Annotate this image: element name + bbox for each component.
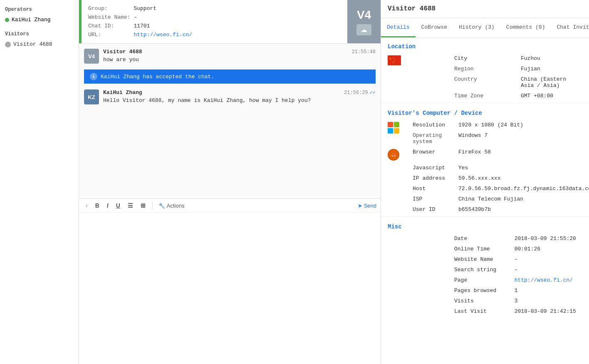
device-isp-row: ISP China Telecom Fujian <box>381 194 589 204</box>
message-header: KaiHui Zhang 21:56:29 ✓✓ <box>103 89 376 96</box>
misc-pages-row: Pages browsed 1 <box>381 285 589 296</box>
avatar-text: V4 <box>357 8 371 22</box>
city-value: Fuzhou <box>514 53 589 64</box>
website-value: – <box>134 13 195 22</box>
win-sq-2 <box>394 122 399 127</box>
os-label: Operating system <box>406 130 452 147</box>
location-table: ★ ★ ★ ★ ★ City Fuzhou Region Fujian Coun… <box>381 53 589 101</box>
url-label: URL: <box>88 30 134 39</box>
empty-cell <box>381 275 448 285</box>
device-js-row: Javascript Yes <box>381 163 589 173</box>
online-label: Online Time <box>448 244 508 254</box>
last-visit-value: 2018-03-09 21:42:15 <box>508 306 589 317</box>
message-time: 21:55:48 <box>351 49 376 55</box>
message-time: 21:56:29 ✓✓ <box>344 89 376 96</box>
host-value: 72.0.56.59.broad.fz.fj.dynamic.163data.c… <box>452 183 589 194</box>
italic-button[interactable]: I <box>104 201 111 210</box>
message-content: Visitor 4688 21:55:48 how are you <box>103 49 376 64</box>
list-button[interactable]: ☰ <box>125 201 136 210</box>
misc-section-title: Misc <box>381 218 589 233</box>
right-header: Visitor 4688 Details CoBrowse History (3… <box>381 0 589 38</box>
group-label: Group: <box>88 4 134 13</box>
device-os-row: Operating system Windows 7 <box>381 130 589 147</box>
collapse-button[interactable]: ‹ <box>83 202 90 209</box>
country-label: Country <box>448 74 514 91</box>
chat-header: Group: Support Website Name: – Chat ID: … <box>79 0 381 44</box>
system-message-text: KaiHui Zhang has accepted the chat. <box>101 74 214 80</box>
win-sq-3 <box>388 128 393 134</box>
win-sq-4 <box>394 128 399 134</box>
read-receipts: ✓✓ <box>370 89 376 96</box>
visitors-label: Visitors <box>0 29 79 40</box>
device-table: Resolution 1920 x 1080 (24 Bit) Operatin… <box>381 120 589 215</box>
empty-cell <box>381 285 448 296</box>
userid-icon-cell <box>381 204 406 215</box>
visits-label: Visits <box>448 296 508 306</box>
misc-website-label: Website Name <box>448 254 508 265</box>
device-ip-row: IP address 59.56.xxx.xxx <box>381 173 589 183</box>
windows-icon-cell <box>381 120 406 147</box>
location-section-title: Location <box>381 38 589 53</box>
misc-website-value: – <box>508 254 589 265</box>
tab-cobrowse[interactable]: CoBrowse <box>416 18 453 37</box>
device-host-row: Host 72.0.56.59.broad.fz.fj.dynamic.163d… <box>381 183 589 194</box>
city-label: City <box>448 53 514 64</box>
userid-value: b655439b7b <box>452 204 589 215</box>
operator-avatar: KZ <box>84 89 99 104</box>
send-icon: ➤ <box>358 203 362 209</box>
divider <box>381 216 589 217</box>
send-button[interactable]: ➤ Send <box>358 203 376 209</box>
right-panel-title: Visitor 4688 <box>381 0 589 18</box>
cloud-button[interactable]: ☁ <box>356 24 371 35</box>
timezone-label: Time Zone <box>448 91 514 101</box>
win-sq-1 <box>388 122 393 127</box>
tab-comments[interactable]: Comments (0) <box>500 18 551 37</box>
host-label: Host <box>406 183 452 194</box>
message-toolbar: ‹ B I U ☰ ⊞ 🔧 Actions ➤ Send <box>79 198 381 213</box>
isp-label: ISP <box>406 194 452 204</box>
empty-cell <box>381 306 448 317</box>
empty-cell <box>381 244 448 254</box>
underline-button[interactable]: U <box>114 201 123 210</box>
date-value: 2018-03-09 21:55:20 <box>508 233 589 244</box>
tab-history[interactable]: History (3) <box>453 18 500 37</box>
isp-icon-cell <box>381 194 406 204</box>
misc-table: Date 2018-03-09 21:55:20 Online Time 00:… <box>381 233 589 317</box>
browser-value: FireFox 58 <box>452 147 589 163</box>
status-dot <box>5 18 9 22</box>
actions-button[interactable]: 🔧 Actions <box>158 203 185 209</box>
misc-search-row: Search string – <box>381 265 589 275</box>
page-link[interactable]: http://wseo.fi.cn/ <box>515 277 573 283</box>
location-city-row: ★ ★ ★ ★ ★ City Fuzhou <box>381 53 589 64</box>
search-label: Search string <box>448 265 508 275</box>
operator-name: KaiHui Zhang <box>12 17 51 23</box>
message-input[interactable] <box>79 213 381 364</box>
pages-label: Pages browsed <box>448 285 508 296</box>
message-content: KaiHui Zhang 21:56:29 ✓✓ Hello Visitor 4… <box>103 89 376 104</box>
firefox-icon: 🦊 <box>388 149 399 161</box>
chat-id-label: Chat ID: <box>88 22 134 30</box>
tab-chat-invites[interactable]: Chat Invites (0) <box>551 18 589 37</box>
sidebar: Operators KaiHui Zhang Visitors Visitor … <box>0 0 79 364</box>
right-panel: Visitor 4688 Details CoBrowse History (3… <box>381 0 589 364</box>
info-icon: i <box>90 73 97 80</box>
system-message: i KaiHui Zhang has accepted the chat. <box>84 69 376 84</box>
misc-online-row: Online Time 00:01:26 <box>381 244 589 254</box>
tab-details[interactable]: Details <box>381 18 416 37</box>
pages-value: 1 <box>508 285 589 296</box>
visitor-avatar-large: V4 ☁ <box>347 0 381 43</box>
visitor-name: Visitor 4688 <box>13 41 52 47</box>
image-button[interactable]: ⊞ <box>138 201 148 210</box>
message-sender: KaiHui Zhang <box>103 89 142 96</box>
message-sender: Visitor 4688 <box>103 49 142 55</box>
bold-button[interactable]: B <box>93 201 102 210</box>
device-resolution-row: Resolution 1920 x 1080 (24 Bit) <box>381 120 589 130</box>
visitor-avatar: V4 <box>84 49 99 64</box>
url-link[interactable]: http://wseo.fi.cn/ <box>134 32 192 38</box>
userid-label: User ID <box>406 204 452 215</box>
toolbar-divider <box>152 202 153 209</box>
sidebar-visitor[interactable]: Visitor 4688 <box>0 40 79 49</box>
region-value: Fujian <box>514 64 589 74</box>
misc-last-visit-row: Last Visit 2018-03-09 21:42:15 <box>381 306 589 317</box>
message-text: Hello Visitor 4688, my name is KaiHui Zh… <box>103 97 376 104</box>
